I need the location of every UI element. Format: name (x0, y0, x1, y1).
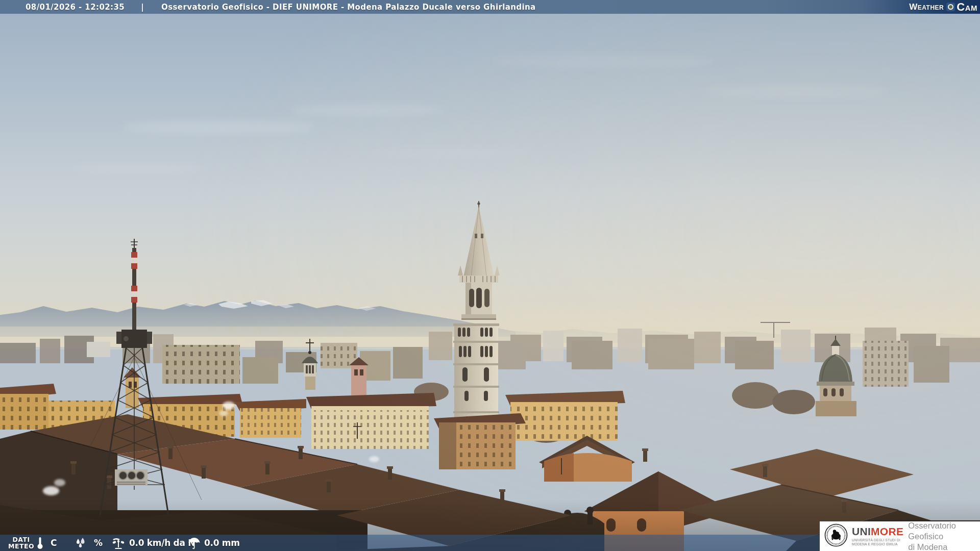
webcam-photo (0, 0, 980, 551)
camera-lens-icon (946, 3, 955, 11)
umbrella-icon (188, 537, 201, 549)
wind-value: 0.0 km/h da N (129, 538, 195, 548)
weathercam-word: Weather (909, 2, 944, 12)
subtitle-line2: MODENA E REGGIO EMILIA (852, 542, 903, 546)
wind-readout: 0.0 km/h da N (111, 535, 195, 551)
anemometer-icon (111, 536, 126, 549)
observatory-line2: di Modena (908, 542, 980, 551)
sunlight-glow (0, 0, 980, 551)
brand-uni: UNI (852, 525, 871, 537)
weathercam-logo: Weather Cam (909, 1, 977, 14)
meteo-label: METEO (8, 543, 34, 549)
top-bar: 08/01/2026 - 12:02:35 | Osservatorio Geo… (0, 0, 980, 14)
unimore-seal (824, 523, 848, 549)
humidity-readout: % (75, 535, 103, 551)
humidity-icon (75, 537, 87, 549)
webcam-page: 08/01/2026 - 12:02:35 | Osservatorio Geo… (0, 0, 980, 551)
thermometer-icon (37, 537, 43, 549)
unimore-wordmark: UNIMORE UNIVERSITÀ DEGLI STUDI DI MODENA… (852, 527, 903, 546)
timestamp: 08/01/2026 - 12:02:35 (26, 3, 125, 12)
rain-readout: 0.0 mm (188, 535, 240, 551)
temperature-readout: C (37, 535, 57, 551)
university-subtitle: UNIVERSITÀ DEGLI STUDI DI MODENA E REGGI… (852, 538, 903, 546)
temperature-unit: C (51, 538, 57, 548)
subtitle-line1: UNIVERSITÀ DEGLI STUDI DI (852, 538, 903, 542)
humidity-unit: % (94, 538, 103, 548)
weathercam-cam: Cam (957, 1, 977, 14)
brand-more: MORE (871, 525, 903, 537)
rain-value: 0.0 mm (204, 538, 240, 548)
observatory-line1: Osservatorio Geofisico (908, 520, 980, 542)
dati-meteo-label: DATI METEO (8, 535, 34, 551)
camera-title: Osservatorio Geofisico - DIEF UNIMORE - … (161, 3, 536, 12)
unimore-logo-box: UNIMORE UNIVERSITÀ DEGLI STUDI DI MODENA… (820, 521, 980, 551)
observatory-name: Osservatorio Geofisico di Modena (908, 520, 980, 551)
separator: | (141, 3, 144, 12)
